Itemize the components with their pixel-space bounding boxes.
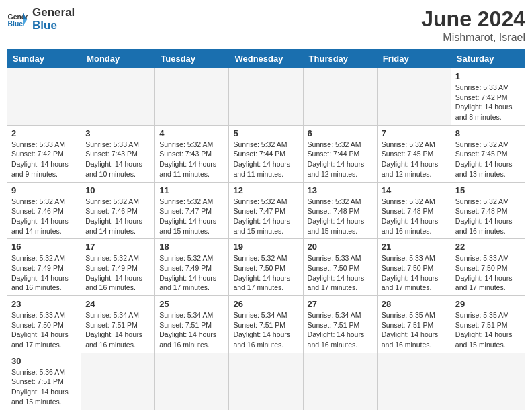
- day-info: Sunrise: 5:35 AM Sunset: 7:51 PM Dayligh…: [455, 310, 521, 350]
- calendar-cell: [155, 68, 229, 126]
- calendar-cell: 18Sunrise: 5:32 AM Sunset: 7:49 PM Dayli…: [155, 239, 229, 296]
- day-info: Sunrise: 5:33 AM Sunset: 7:50 PM Dayligh…: [308, 253, 373, 293]
- calendar-cell: 20Sunrise: 5:33 AM Sunset: 7:50 PM Dayli…: [303, 239, 377, 296]
- day-info: Sunrise: 5:34 AM Sunset: 7:51 PM Dayligh…: [85, 310, 150, 350]
- calendar-cell: 7Sunrise: 5:32 AM Sunset: 7:45 PM Daylig…: [377, 125, 451, 182]
- day-number: 25: [159, 299, 224, 309]
- day-number: 15: [455, 185, 521, 195]
- calendar-cell: 14Sunrise: 5:32 AM Sunset: 7:48 PM Dayli…: [377, 182, 451, 239]
- day-number: 28: [382, 299, 447, 309]
- title-block: June 2024 Mishmarot, Israel: [421, 7, 525, 44]
- day-number: 27: [308, 299, 373, 309]
- calendar-cell: [229, 68, 303, 126]
- calendar-cell: 17Sunrise: 5:32 AM Sunset: 7:49 PM Dayli…: [81, 239, 155, 296]
- day-number: 22: [455, 242, 521, 252]
- weekday-header-saturday: Saturday: [451, 50, 525, 68]
- day-number: 29: [455, 299, 521, 309]
- calendar-cell: [229, 353, 303, 410]
- day-info: Sunrise: 5:33 AM Sunset: 7:50 PM Dayligh…: [455, 253, 521, 293]
- calendar-cell: 8Sunrise: 5:32 AM Sunset: 7:45 PM Daylig…: [451, 125, 525, 182]
- day-info: Sunrise: 5:34 AM Sunset: 7:51 PM Dayligh…: [159, 310, 224, 350]
- calendar-cell: [7, 68, 81, 126]
- calendar-cell: 29Sunrise: 5:35 AM Sunset: 7:51 PM Dayli…: [451, 296, 525, 353]
- day-number: 14: [382, 185, 447, 195]
- day-number: 4: [159, 128, 224, 138]
- day-info: Sunrise: 5:32 AM Sunset: 7:45 PM Dayligh…: [382, 140, 447, 179]
- day-info: Sunrise: 5:32 AM Sunset: 7:43 PM Dayligh…: [159, 140, 224, 179]
- calendar-cell: 6Sunrise: 5:32 AM Sunset: 7:44 PM Daylig…: [303, 125, 377, 182]
- day-number: 13: [308, 185, 373, 195]
- calendar-cell: 22Sunrise: 5:33 AM Sunset: 7:50 PM Dayli…: [451, 239, 525, 296]
- calendar-cell: [377, 68, 451, 126]
- calendar-cell: [303, 68, 377, 126]
- day-number: 10: [85, 185, 150, 195]
- svg-text:Blue: Blue: [8, 20, 24, 28]
- calendar-cell: 11Sunrise: 5:32 AM Sunset: 7:47 PM Dayli…: [155, 182, 229, 239]
- day-info: Sunrise: 5:32 AM Sunset: 7:47 PM Dayligh…: [159, 197, 224, 236]
- day-info: Sunrise: 5:32 AM Sunset: 7:50 PM Dayligh…: [233, 253, 298, 293]
- calendar-cell: 21Sunrise: 5:33 AM Sunset: 7:50 PM Dayli…: [377, 239, 451, 296]
- day-number: 6: [308, 128, 373, 138]
- calendar-cell: 28Sunrise: 5:35 AM Sunset: 7:51 PM Dayli…: [377, 296, 451, 353]
- logo-icon: General Blue: [7, 9, 28, 30]
- month-year-title: June 2024: [421, 7, 525, 32]
- day-info: Sunrise: 5:33 AM Sunset: 7:42 PM Dayligh…: [11, 140, 77, 179]
- day-number: 20: [308, 242, 373, 252]
- day-number: 11: [159, 185, 224, 195]
- calendar-cell: 25Sunrise: 5:34 AM Sunset: 7:51 PM Dayli…: [155, 296, 229, 353]
- calendar-cell: [155, 353, 229, 410]
- day-info: Sunrise: 5:32 AM Sunset: 7:48 PM Dayligh…: [382, 197, 447, 236]
- day-number: 23: [11, 299, 77, 309]
- weekday-header-sunday: Sunday: [7, 50, 81, 68]
- calendar-cell: 10Sunrise: 5:32 AM Sunset: 7:46 PM Dayli…: [81, 182, 155, 239]
- week-row-5: 23Sunrise: 5:33 AM Sunset: 7:50 PM Dayli…: [7, 296, 525, 353]
- calendar-cell: [81, 353, 155, 410]
- day-number: 30: [11, 356, 77, 366]
- week-row-4: 16Sunrise: 5:32 AM Sunset: 7:49 PM Dayli…: [7, 239, 525, 296]
- day-info: Sunrise: 5:32 AM Sunset: 7:48 PM Dayligh…: [455, 197, 521, 236]
- calendar-cell: 3Sunrise: 5:33 AM Sunset: 7:43 PM Daylig…: [81, 125, 155, 182]
- day-info: Sunrise: 5:33 AM Sunset: 7:43 PM Dayligh…: [85, 140, 150, 179]
- calendar-cell: [303, 353, 377, 410]
- day-number: 24: [85, 299, 150, 309]
- week-row-1: 1Sunrise: 5:33 AM Sunset: 7:42 PM Daylig…: [7, 68, 525, 126]
- calendar-cell: 27Sunrise: 5:34 AM Sunset: 7:51 PM Dayli…: [303, 296, 377, 353]
- calendar-cell: 30Sunrise: 5:36 AM Sunset: 7:51 PM Dayli…: [7, 353, 81, 410]
- day-info: Sunrise: 5:33 AM Sunset: 7:50 PM Dayligh…: [11, 310, 77, 350]
- logo-blue-text: Blue: [32, 19, 75, 32]
- calendar-cell: 24Sunrise: 5:34 AM Sunset: 7:51 PM Dayli…: [81, 296, 155, 353]
- day-number: 2: [11, 128, 77, 138]
- day-number: 12: [233, 185, 298, 195]
- weekday-header-tuesday: Tuesday: [155, 50, 229, 68]
- day-info: Sunrise: 5:32 AM Sunset: 7:46 PM Dayligh…: [85, 197, 150, 236]
- day-number: 17: [85, 242, 150, 252]
- calendar-cell: 19Sunrise: 5:32 AM Sunset: 7:50 PM Dayli…: [229, 239, 303, 296]
- day-number: 3: [85, 128, 150, 138]
- day-info: Sunrise: 5:34 AM Sunset: 7:51 PM Dayligh…: [233, 310, 298, 350]
- calendar-cell: 4Sunrise: 5:32 AM Sunset: 7:43 PM Daylig…: [155, 125, 229, 182]
- weekday-header-friday: Friday: [377, 50, 451, 68]
- day-info: Sunrise: 5:36 AM Sunset: 7:51 PM Dayligh…: [11, 367, 77, 407]
- day-info: Sunrise: 5:34 AM Sunset: 7:51 PM Dayligh…: [308, 310, 373, 350]
- weekday-header-thursday: Thursday: [303, 50, 377, 68]
- week-row-6: 30Sunrise: 5:36 AM Sunset: 7:51 PM Dayli…: [7, 353, 525, 410]
- weekday-header-row: SundayMondayTuesdayWednesdayThursdayFrid…: [7, 50, 525, 68]
- day-number: 5: [233, 128, 298, 138]
- weekday-header-monday: Monday: [81, 50, 155, 68]
- day-number: 8: [455, 128, 521, 138]
- day-number: 18: [159, 242, 224, 252]
- calendar-cell: 23Sunrise: 5:33 AM Sunset: 7:50 PM Dayli…: [7, 296, 81, 353]
- calendar-cell: 13Sunrise: 5:32 AM Sunset: 7:48 PM Dayli…: [303, 182, 377, 239]
- day-number: 26: [233, 299, 298, 309]
- day-info: Sunrise: 5:32 AM Sunset: 7:49 PM Dayligh…: [11, 253, 77, 293]
- calendar-cell: 26Sunrise: 5:34 AM Sunset: 7:51 PM Dayli…: [229, 296, 303, 353]
- weekday-header-wednesday: Wednesday: [229, 50, 303, 68]
- calendar-cell: 5Sunrise: 5:32 AM Sunset: 7:44 PM Daylig…: [229, 125, 303, 182]
- week-row-3: 9Sunrise: 5:32 AM Sunset: 7:46 PM Daylig…: [7, 182, 525, 239]
- location-title: Mishmarot, Israel: [421, 32, 525, 44]
- week-row-2: 2Sunrise: 5:33 AM Sunset: 7:42 PM Daylig…: [7, 125, 525, 182]
- day-number: 9: [11, 185, 77, 195]
- calendar-cell: 9Sunrise: 5:32 AM Sunset: 7:46 PM Daylig…: [7, 182, 81, 239]
- logo-general-text: General: [32, 7, 75, 19]
- day-info: Sunrise: 5:35 AM Sunset: 7:51 PM Dayligh…: [382, 310, 447, 350]
